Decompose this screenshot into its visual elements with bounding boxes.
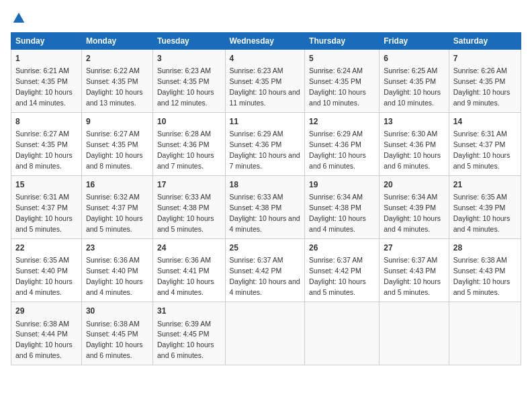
col-header-wednesday: Wednesday — [225, 32, 305, 49]
cell-sunset: Sunset: 4:43 PM — [384, 267, 436, 275]
calendar-cell: 28 Sunrise: 6:38 AM Sunset: 4:43 PM Dayl… — [449, 239, 521, 302]
calendar-cell: 24 Sunrise: 6:36 AM Sunset: 4:41 PM Dayl… — [152, 239, 225, 302]
week-row-5: 29 Sunrise: 6:38 AM Sunset: 4:44 PM Dayl… — [11, 302, 521, 365]
cell-sunset: Sunset: 4:35 PM — [230, 77, 282, 85]
cell-daylight: Daylight: 10 hours and 5 minutes. — [309, 277, 366, 296]
calendar-cell: 30 Sunrise: 6:38 AM Sunset: 4:45 PM Dayl… — [81, 302, 152, 365]
calendar-cell: 12 Sunrise: 6:29 AM Sunset: 4:36 PM Dayl… — [305, 112, 380, 175]
day-number: 25 — [230, 242, 301, 254]
day-number: 29 — [15, 306, 77, 317]
cell-sunset: Sunset: 4:36 PM — [309, 140, 361, 148]
calendar-cell: 26 Sunrise: 6:37 AM Sunset: 4:42 PM Dayl… — [305, 239, 380, 302]
cell-daylight: Daylight: 10 hours and 5 minutes. — [157, 214, 214, 233]
cell-sunrise: Sunrise: 6:22 AM — [86, 66, 140, 75]
cell-daylight: Daylight: 10 hours and 6 minutes. — [309, 151, 366, 170]
calendar-cell: 2 Sunrise: 6:22 AM Sunset: 4:35 PM Dayli… — [81, 49, 152, 112]
cell-sunset: Sunset: 4:40 PM — [86, 267, 138, 275]
cell-sunset: Sunset: 4:40 PM — [15, 267, 68, 275]
calendar-cell: 23 Sunrise: 6:36 AM Sunset: 4:40 PM Dayl… — [81, 239, 152, 302]
cell-daylight: Daylight: 10 hours and 11 minutes. — [230, 88, 300, 107]
cell-sunrise: Sunrise: 6:37 AM — [309, 256, 363, 264]
cell-sunrise: Sunrise: 6:26 AM — [453, 66, 507, 75]
calendar-cell: 25 Sunrise: 6:37 AM Sunset: 4:42 PM Dayl… — [225, 239, 305, 302]
day-number: 9 — [86, 116, 148, 128]
cell-daylight: Daylight: 10 hours and 5 minutes. — [453, 277, 511, 296]
col-header-sunday: Sunday — [11, 32, 82, 49]
cell-daylight: Daylight: 10 hours and 12 minutes. — [157, 88, 214, 107]
cell-sunset: Sunset: 4:42 PM — [230, 267, 282, 275]
cell-sunrise: Sunrise: 6:32 AM — [86, 193, 140, 201]
cell-sunrise: Sunrise: 6:31 AM — [15, 193, 69, 201]
calendar-cell: 19 Sunrise: 6:34 AM Sunset: 4:38 PM Dayl… — [305, 175, 380, 238]
cell-sunset: Sunset: 4:35 PM — [15, 140, 68, 148]
cell-daylight: Daylight: 10 hours and 6 minutes. — [15, 340, 73, 359]
page-header — [11, 11, 521, 26]
calendar-cell: 13 Sunrise: 6:30 AM Sunset: 4:36 PM Dayl… — [380, 112, 449, 175]
calendar-cell: 11 Sunrise: 6:29 AM Sunset: 4:36 PM Dayl… — [225, 112, 305, 175]
day-number: 27 — [384, 242, 444, 254]
calendar-cell — [225, 302, 305, 365]
cell-sunset: Sunset: 4:35 PM — [453, 77, 506, 85]
cell-sunset: Sunset: 4:35 PM — [86, 140, 138, 148]
cell-sunrise: Sunrise: 6:29 AM — [309, 130, 363, 138]
cell-daylight: Daylight: 10 hours and 8 minutes. — [15, 151, 73, 170]
cell-sunrise: Sunrise: 6:36 AM — [157, 256, 211, 264]
calendar-cell: 10 Sunrise: 6:28 AM Sunset: 4:36 PM Dayl… — [152, 112, 225, 175]
cell-sunset: Sunset: 4:36 PM — [384, 140, 436, 148]
cell-sunrise: Sunrise: 6:37 AM — [230, 256, 283, 264]
cell-sunset: Sunset: 4:41 PM — [157, 267, 210, 275]
cell-sunset: Sunset: 4:45 PM — [157, 330, 210, 338]
col-header-friday: Friday — [380, 32, 449, 49]
cell-daylight: Daylight: 10 hours and 4 minutes. — [230, 214, 300, 233]
col-header-tuesday: Tuesday — [152, 32, 225, 49]
day-number: 19 — [309, 179, 375, 191]
calendar-cell: 6 Sunrise: 6:25 AM Sunset: 4:35 PM Dayli… — [380, 49, 449, 112]
cell-sunrise: Sunrise: 6:35 AM — [453, 193, 507, 201]
cell-daylight: Daylight: 10 hours and 10 minutes. — [309, 88, 366, 107]
cell-sunrise: Sunrise: 6:34 AM — [384, 193, 437, 201]
calendar-table: SundayMondayTuesdayWednesdayThursdayFrid… — [11, 32, 521, 366]
svg-marker-0 — [13, 13, 25, 23]
calendar-cell: 27 Sunrise: 6:37 AM Sunset: 4:43 PM Dayl… — [380, 239, 449, 302]
day-number: 7 — [453, 53, 517, 64]
calendar-cell: 1 Sunrise: 6:21 AM Sunset: 4:35 PM Dayli… — [11, 49, 82, 112]
cell-sunset: Sunset: 4:39 PM — [384, 203, 436, 212]
cell-sunrise: Sunrise: 6:38 AM — [86, 320, 140, 328]
cell-sunset: Sunset: 4:45 PM — [86, 330, 138, 338]
calendar-cell: 22 Sunrise: 6:35 AM Sunset: 4:40 PM Dayl… — [11, 239, 82, 302]
calendar-cell: 7 Sunrise: 6:26 AM Sunset: 4:35 PM Dayli… — [449, 49, 521, 112]
cell-daylight: Daylight: 10 hours and 6 minutes. — [384, 151, 441, 170]
day-number: 31 — [157, 306, 221, 317]
cell-daylight: Daylight: 10 hours and 4 minutes. — [157, 277, 214, 296]
cell-daylight: Daylight: 10 hours and 6 minutes. — [86, 340, 143, 359]
cell-sunrise: Sunrise: 6:30 AM — [384, 130, 437, 138]
cell-sunrise: Sunrise: 6:39 AM — [157, 320, 211, 328]
day-number: 22 — [15, 242, 77, 254]
cell-sunset: Sunset: 4:35 PM — [86, 77, 138, 85]
cell-sunset: Sunset: 4:38 PM — [230, 203, 282, 212]
cell-sunrise: Sunrise: 6:31 AM — [453, 130, 507, 138]
day-number: 12 — [309, 116, 375, 128]
day-number: 15 — [15, 179, 77, 191]
calendar-cell — [380, 302, 449, 365]
cell-daylight: Daylight: 10 hours and 5 minutes. — [15, 214, 73, 233]
day-number: 10 — [157, 116, 221, 128]
cell-sunset: Sunset: 4:36 PM — [157, 140, 210, 148]
cell-daylight: Daylight: 10 hours and 5 minutes. — [453, 151, 511, 170]
day-number: 3 — [157, 53, 221, 64]
cell-sunset: Sunset: 4:35 PM — [15, 77, 68, 85]
cell-daylight: Daylight: 10 hours and 7 minutes. — [230, 151, 300, 170]
cell-sunset: Sunset: 4:36 PM — [230, 140, 282, 148]
calendar-cell: 20 Sunrise: 6:34 AM Sunset: 4:39 PM Dayl… — [380, 175, 449, 238]
calendar-cell: 4 Sunrise: 6:23 AM Sunset: 4:35 PM Dayli… — [225, 49, 305, 112]
calendar-cell: 18 Sunrise: 6:33 AM Sunset: 4:38 PM Dayl… — [225, 175, 305, 238]
day-number: 26 — [309, 242, 375, 254]
cell-sunset: Sunset: 4:42 PM — [309, 267, 361, 275]
day-number: 4 — [230, 53, 301, 64]
day-number: 17 — [157, 179, 221, 191]
cell-daylight: Daylight: 10 hours and 14 minutes. — [15, 88, 73, 107]
day-number: 5 — [309, 53, 375, 64]
day-number: 30 — [86, 306, 148, 317]
day-number: 16 — [86, 179, 148, 191]
cell-sunrise: Sunrise: 6:27 AM — [15, 130, 69, 138]
